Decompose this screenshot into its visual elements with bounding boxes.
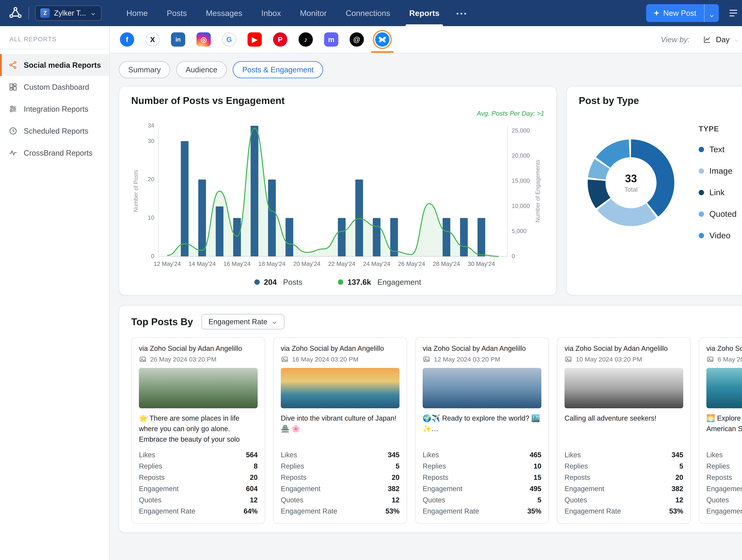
post-thumbnail[interactable] — [565, 368, 683, 408]
view-by-label: View by: — [661, 35, 690, 44]
sidebar-items: Social media ReportsCustom DashboardInte… — [0, 54, 109, 164]
sidebar-item-crossbrand-reports[interactable]: CrossBrand Reports — [0, 142, 109, 164]
svg-text:16 May'24: 16 May'24 — [223, 261, 251, 267]
post-caption: 🌟 There are some places in life where yo… — [139, 413, 258, 445]
nav-item-monitor[interactable]: Monitor — [290, 0, 336, 26]
svg-text:30 May'24: 30 May'24 — [468, 261, 495, 267]
nav-item-home[interactable]: Home — [117, 0, 157, 26]
nav-item-inbox[interactable]: Inbox — [252, 0, 290, 26]
post-date: 12 May 2024 03:20 PM — [423, 355, 541, 363]
channel-youtube[interactable]: ▶ — [248, 26, 262, 53]
brand-name: Zylker T... — [54, 9, 86, 17]
legend-posts: 204 Posts — [254, 277, 302, 287]
svg-text:20,000: 20,000 — [512, 152, 530, 159]
sidebar-item-label: Scheduled Reports — [24, 126, 88, 136]
stat-row-likes: Likes564 — [139, 449, 258, 461]
type-dot — [699, 233, 704, 238]
posts-vs-engagement-card: Number of Posts vs Engagement Avg. Posts… — [119, 86, 557, 296]
nav-item-posts[interactable]: Posts — [157, 0, 196, 26]
stat-row-engagement-rate: Engagement Rate64% — [139, 506, 258, 517]
svg-text:26 May'24: 26 May'24 — [398, 261, 425, 267]
view-by-value: Day — [716, 35, 730, 44]
nav-item-connections[interactable]: Connections — [336, 0, 400, 26]
nav-item-reports[interactable]: Reports — [400, 0, 449, 26]
main-nav: HomePostsMessagesInboxMonitorConnections… — [117, 0, 449, 26]
channel-pinterest[interactable]: P — [273, 26, 287, 53]
channel-tiktok[interactable]: ♪ — [299, 26, 313, 53]
nav-item-messages[interactable]: Messages — [196, 0, 252, 26]
new-post-button[interactable]: + New Post — [646, 4, 719, 22]
stat-row-replies: Replies5 — [281, 461, 400, 472]
sidebar-item-integration-reports[interactable]: Integration Reports — [0, 98, 109, 120]
stat-row-replies: Replies10 — [423, 461, 541, 472]
channel-bluesky[interactable] — [375, 26, 389, 53]
bluesky-icon — [375, 32, 389, 47]
stat-row-replies: Replies8 — [706, 461, 742, 472]
top-post-card-4[interactable]: via Zoho Social by Adan Angelillo10 May … — [557, 337, 691, 524]
avg-posts-annotation: Avg. Posts Per Day: >1 — [131, 110, 544, 119]
channel-facebook[interactable]: f — [120, 26, 134, 53]
post-thumbnail[interactable] — [281, 368, 400, 408]
chart-legend: 204 Posts137.6k Engagement — [131, 277, 544, 287]
stat-row-quotes: Quotes12 — [706, 494, 742, 506]
view-by-dropdown[interactable]: Day — [694, 26, 742, 53]
channel-linkedin[interactable]: in — [171, 26, 185, 53]
tab-posts-engagement[interactable]: Posts & Engagement — [233, 61, 323, 78]
sidebar-item-label: Social media Reports — [24, 61, 101, 69]
post-caption: Dive into the vibrant culture of Japan! … — [281, 413, 400, 445]
svg-text:18 May'24: 18 May'24 — [258, 261, 285, 267]
report-content: SummaryAudiencePosts & Engagement Number… — [109, 53, 742, 560]
post-source: via Zoho Social by Adan Angelillo — [139, 344, 258, 352]
type-dot — [699, 190, 704, 195]
channel-instagram[interactable]: ◎ — [197, 26, 211, 53]
chevron-down-icon — [734, 37, 740, 43]
post-type-table: TYPEPOSTSPOST% Text1540%Image825%Link312… — [693, 119, 742, 246]
svg-text:22 May'24: 22 May'24 — [328, 261, 355, 267]
sidebar-item-custom-dashboard[interactable]: Custom Dashboard — [0, 76, 109, 98]
brand-selector[interactable]: Z Zylker T... — [35, 5, 102, 21]
channels-bar: fXin◎G▶P♪m@ View by: Day Last 30 Days — [109, 26, 742, 53]
new-post-label: New Post — [663, 9, 696, 17]
tab-summary[interactable]: Summary — [119, 61, 170, 78]
channel-x[interactable]: X — [146, 26, 160, 53]
linkedin-icon: in — [171, 32, 185, 47]
post-date: 6 May 2024 03:20 PM — [706, 355, 742, 363]
image-icon — [139, 355, 147, 363]
svg-text:25,000: 25,000 — [512, 127, 530, 134]
sidebar-item-social-media-reports[interactable]: Social media Reports — [0, 54, 109, 76]
instagram-icon: ◎ — [197, 32, 211, 47]
top-post-card-5[interactable]: via Zoho Social by Adan Angelillo6 May 2… — [699, 337, 742, 524]
top-post-card-1[interactable]: via Zoho Social by Adan Angelillo26 May … — [131, 337, 265, 524]
donut-title: Post by Type — [579, 95, 742, 106]
google-my-business-icon: G — [222, 32, 236, 47]
post-thumbnail[interactable] — [139, 368, 258, 408]
post-by-type-card: Post by Type 33Total TYPEPOSTSPOST% Text… — [566, 86, 742, 296]
top-post-card-2[interactable]: via Zoho Social by Adan Angelillo16 May … — [273, 337, 407, 524]
stat-row-engagement-rate: Engagement Rate53% — [565, 506, 683, 517]
queue-icon[interactable] — [728, 7, 739, 19]
channel-mastodon[interactable]: m — [324, 26, 338, 53]
channel-google-my-business[interactable]: G — [222, 26, 236, 53]
sidebar-item-scheduled-reports[interactable]: Scheduled Reports — [0, 120, 109, 142]
new-post-dropdown-icon[interactable] — [709, 10, 715, 16]
post-stats: Likes465Replies10Reposts15Engagement495Q… — [423, 449, 541, 517]
chevron-down-icon — [90, 10, 96, 16]
nav-more-icon[interactable] — [455, 7, 468, 19]
clock-icon — [8, 126, 18, 136]
svg-text:28 May'24: 28 May'24 — [433, 261, 460, 267]
stat-row-likes: Likes564 — [706, 449, 742, 461]
channel-threads[interactable]: @ — [350, 26, 364, 53]
post-thumbnail[interactable] — [706, 368, 742, 408]
posts-engagement-chart: 01020303405,00010,00015,00020,00025,000N… — [131, 119, 544, 275]
stat-row-quotes: Quotes12 — [565, 494, 683, 506]
svg-text:0: 0 — [512, 253, 515, 259]
top-post-card-3[interactable]: via Zoho Social by Adan Angelillo12 May … — [415, 337, 549, 524]
mastodon-icon: m — [324, 32, 338, 47]
stat-row-reposts: Reposts20 — [565, 472, 683, 483]
stat-row-engagement-rate: Engagement Rate53% — [281, 506, 400, 517]
top-posts-sort-dropdown[interactable]: Engagement Rate — [201, 314, 285, 329]
reports-sidebar: ALL REPORTS Social media ReportsCustom D… — [0, 26, 110, 560]
post-thumbnail[interactable] — [423, 368, 541, 408]
tab-audience[interactable]: Audience — [176, 61, 227, 78]
post-date: 26 May 2024 03:20 PM — [139, 355, 258, 363]
